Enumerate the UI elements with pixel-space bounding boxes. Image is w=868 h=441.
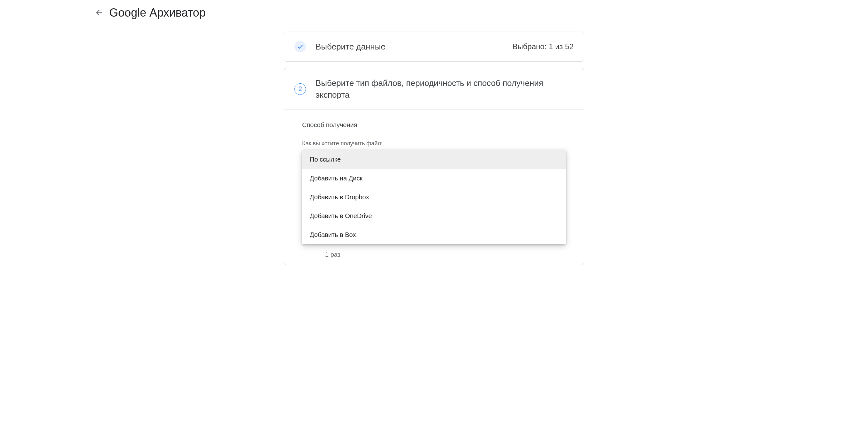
dropdown-option-link[interactable]: По ссылке <box>302 150 566 169</box>
step2-card: 2 Выберите тип файлов, периодичность и с… <box>284 68 584 265</box>
frequency-once-sub: 1 раз <box>302 251 566 258</box>
back-button[interactable] <box>91 5 107 21</box>
step1-title: Выберите данные <box>315 41 513 52</box>
step2-header: 2 Выберите тип файлов, периодичность и с… <box>284 68 584 109</box>
step1-header: Выберите данные Выбрано: 1 из 52 <box>284 32 584 61</box>
step-number-badge: 2 <box>294 83 306 95</box>
dropdown-option-drive[interactable]: Добавить на Диск <box>302 169 566 188</box>
step2-title: Выберите тип файлов, периодичность и спо… <box>315 77 574 101</box>
dropdown-option-dropbox[interactable]: Добавить в Dropbox <box>302 188 566 207</box>
step-check-badge <box>294 41 306 52</box>
delivery-field-label: Как вы хотите получить файл: <box>302 140 566 147</box>
delivery-dropdown-menu: По ссылке Добавить на Диск Добавить в Dr… <box>302 150 566 244</box>
step2-body: Способ получения Как вы хотите получить … <box>284 110 584 265</box>
page-title: Google Архиватор <box>109 6 206 20</box>
step1-card[interactable]: Выберите данные Выбрано: 1 из 52 <box>284 32 584 62</box>
check-icon <box>297 43 304 50</box>
app-header: Google Архиватор <box>0 0 868 27</box>
step1-summary: Выбрано: 1 из 52 <box>513 42 574 51</box>
dropdown-option-onedrive[interactable]: Добавить в OneDrive <box>302 207 566 225</box>
arrow-left-icon <box>95 8 103 17</box>
delivery-section-title: Способ получения <box>302 121 566 129</box>
main-content: Выберите данные Выбрано: 1 из 52 2 Выбер… <box>284 27 584 265</box>
dropdown-option-box[interactable]: Добавить в Box <box>302 225 566 244</box>
